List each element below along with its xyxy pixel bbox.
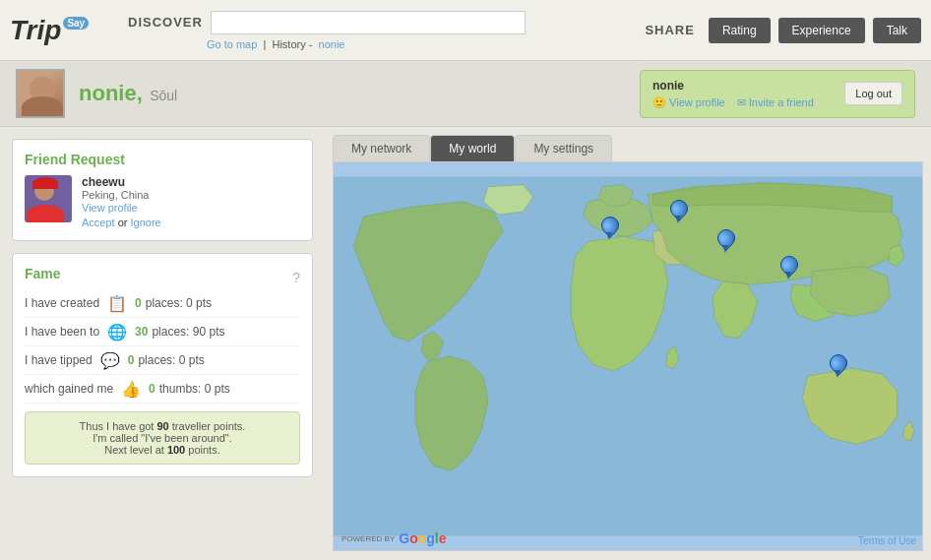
friend-view-profile-link[interactable]: View profile [82,202,138,214]
tabs: My network My world My settings [325,127,931,161]
map-container[interactable]: POWERED BY Google Terms of Use [333,161,923,551]
fame-tipped-count: 0 [128,353,135,367]
or-separator: or [118,217,131,228]
map-area: My network My world My settings [325,127,931,559]
fame-row-visited: I have been to 🌐 30 places: 90 pts [25,318,300,346]
fame-created-suffix: places: 0 pts [146,296,212,310]
fame-row-created: I have created 📋 0 places: 0 pts [25,289,300,318]
logo-say-badge: Say [63,17,89,30]
fame-title: Fame [25,266,61,281]
terms-of-use-link[interactable]: Terms of Use [858,535,916,546]
view-profile-link[interactable]: 🙂 View profile [652,96,725,109]
avatar [16,69,65,118]
map-pin-3[interactable] [715,229,735,253]
logout-button[interactable]: Log out [844,82,902,105]
accept-link[interactable]: Accept [82,217,115,228]
logo: Trip Say [10,15,118,46]
friend-request-title: Friend Request [25,152,300,167]
fame-tipped-suffix: places: 0 pts [138,353,204,367]
friend-location: Peking, China [82,189,161,201]
friend-request-item: cheewu Peking, China View profile Accept… [25,175,300,228]
powered-by-text: POWERED BY [341,534,395,543]
fame-section: Fame ? I have created 📋 0 places: 0 pts … [12,253,313,477]
discover-section: DISCOVER Go to map | History - nonie [128,11,645,50]
fame-help-icon[interactable]: ? [292,270,300,285]
hat-decoration [32,177,58,189]
fame-thumbs-suffix: thumbs: 0 pts [159,382,230,396]
history-user-link[interactable]: nonie [319,38,345,50]
experience-button[interactable]: Experience [778,18,865,43]
tab-my-settings[interactable]: My settings [515,135,612,161]
friend-actions: Accept or Ignore [82,217,161,228]
envelope-icon: ✉ [737,96,746,108]
fame-summary: Thus I have got 90 traveller points. I'm… [25,411,300,465]
fame-visited-suffix: places: 90 pts [152,325,224,339]
user-title: Sōul [150,88,177,103]
profile-icon: 🙂 [652,96,666,108]
fame-thumbs-label: which gained me [25,382,113,396]
friend-avatar [25,175,72,222]
tab-my-world[interactable]: My world [430,135,515,161]
logo-trip-text: Trip [10,15,61,46]
fame-created-label: I have created [25,296,99,310]
avatar-image [18,69,63,118]
fame-thumbs-icon: 👍 [119,379,143,399]
tab-my-network[interactable]: My network [333,135,430,161]
map-pin-2[interactable] [668,200,688,223]
user-bar: nonie, Sōul nonie 🙂 View profile ✉ Invit… [0,61,931,127]
fame-row-thumbs: which gained me 👍 0 thumbs: 0 pts [25,375,300,404]
map-pin-4[interactable] [778,256,798,280]
talk-button[interactable]: Talk [873,18,921,43]
sidebar: Friend Request cheewu Peking, China View… [0,127,325,559]
username: nonie, [79,81,143,105]
fame-summary-text: Thus I have got 90 traveller points. I'm… [80,420,246,456]
fame-visited-label: I have been to [25,325,99,339]
friend-request-section: Friend Request cheewu Peking, China View… [12,139,313,241]
user-name-area: nonie, Sōul [79,81,177,106]
share-section: SHARE Rating Experience Talk [645,18,921,43]
fame-tipped-label: I have tipped [25,353,93,367]
google-logo: Google [399,530,446,546]
map-pin-5[interactable] [828,354,847,378]
discover-label: DISCOVER [128,15,203,30]
fame-tipped-icon: 💬 [98,350,122,370]
share-label: SHARE [645,23,695,37]
user-info-name: nonie [652,79,825,93]
fame-created-icon: 📋 [105,293,129,313]
fame-row-tipped: I have tipped 💬 0 places: 0 pts [25,346,300,375]
ignore-link[interactable]: Ignore [131,217,161,228]
fame-header: Fame ? [25,266,300,289]
fame-thumbs-count: 0 [149,382,155,396]
main: Friend Request cheewu Peking, China View… [0,127,931,559]
user-info-links: 🙂 View profile ✉ Invite a friend [652,96,825,109]
fame-created-count: 0 [135,296,142,310]
fame-visited-icon: 🌐 [105,322,129,342]
discover-links: Go to map | History - nonie [128,38,344,50]
friend-info: cheewu Peking, China View profile Accept… [82,175,161,228]
history-label: History - [272,38,312,50]
map-footer: POWERED BY Google [341,530,447,546]
go-to-map-link[interactable]: Go to map [207,38,257,50]
search-input[interactable] [211,11,526,34]
user-info-box: nonie 🙂 View profile ✉ Invite a friend L… [640,70,915,118]
rating-button[interactable]: Rating [709,18,771,43]
invite-friend-link[interactable]: ✉ Invite a friend [737,96,814,109]
fame-visited-count: 30 [135,325,148,339]
header: Trip Say DISCOVER Go to map | History - … [0,0,931,61]
user-info-details: nonie 🙂 View profile ✉ Invite a friend [652,79,825,109]
map-pin-1[interactable] [599,217,619,240]
friend-name: cheewu [82,175,161,189]
